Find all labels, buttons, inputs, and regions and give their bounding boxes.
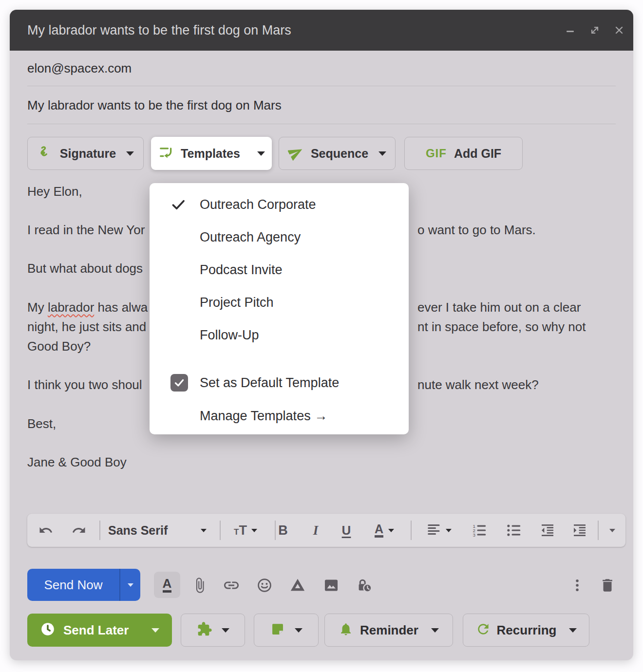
bold-button[interactable]: B bbox=[272, 514, 294, 547]
indent-icon[interactable] bbox=[569, 514, 590, 547]
compose-window: My labrador wants to be the first dog on… bbox=[10, 10, 633, 660]
reminder-button[interactable]: Reminder bbox=[324, 614, 453, 647]
field-divider bbox=[27, 86, 616, 86]
chevron-down-icon bbox=[446, 529, 452, 532]
chevron-down-icon bbox=[388, 529, 394, 532]
more-formats-icon[interactable] bbox=[602, 514, 623, 547]
svg-text:3: 3 bbox=[473, 532, 475, 538]
chevron-down-icon bbox=[222, 628, 229, 633]
chevron-down-icon bbox=[128, 583, 133, 587]
confidential-lock-clock-icon[interactable] bbox=[353, 571, 376, 600]
notes-button[interactable] bbox=[254, 614, 319, 647]
add-gif-button[interactable]: GIF Add GIF bbox=[404, 137, 523, 170]
text-format-icon[interactable]: A bbox=[154, 572, 180, 598]
gif-icon: GIF bbox=[426, 147, 447, 160]
sequence-label: Sequence bbox=[311, 147, 368, 161]
field-divider bbox=[27, 124, 616, 124]
chevron-down-icon[interactable] bbox=[151, 628, 159, 633]
link-icon[interactable] bbox=[220, 571, 243, 600]
window-title: My labrador wants to be the first dog on… bbox=[27, 10, 291, 51]
toolbar-separator bbox=[220, 521, 221, 540]
underline-button[interactable]: U bbox=[336, 514, 357, 547]
align-button[interactable] bbox=[416, 514, 462, 547]
add-gif-label: Add GIF bbox=[454, 147, 501, 161]
font-family-selector[interactable]: Sans Serif bbox=[101, 514, 213, 547]
clock-icon bbox=[40, 621, 56, 639]
chevron-down-icon bbox=[201, 529, 207, 532]
attach-icon[interactable] bbox=[188, 571, 211, 600]
menu-item-outreach-agency[interactable]: Outreach Agency bbox=[150, 225, 409, 249]
chevron-down-icon bbox=[378, 151, 386, 156]
recipient-value: elon@spacex.com bbox=[27, 61, 132, 75]
font-size-selector[interactable]: TT bbox=[223, 514, 268, 547]
send-now-button[interactable]: Send Now bbox=[27, 569, 140, 601]
recurring-label: Recurring bbox=[497, 623, 557, 638]
trash-icon[interactable] bbox=[596, 571, 619, 600]
close-icon[interactable] bbox=[613, 24, 625, 37]
send-later-button[interactable]: Send Later bbox=[27, 614, 172, 647]
sequence-plane-icon bbox=[288, 144, 304, 163]
undo-icon[interactable] bbox=[35, 514, 57, 547]
chevron-down-icon bbox=[126, 151, 134, 156]
send-later-label: Send Later bbox=[63, 623, 129, 638]
menu-item-set-default-template[interactable]: Set as Default Template bbox=[150, 371, 409, 395]
signature-button[interactable]: Signature bbox=[27, 137, 144, 170]
send-now-options[interactable] bbox=[120, 569, 140, 601]
toolbar-separator bbox=[99, 521, 100, 540]
toolbar-separator bbox=[411, 521, 412, 540]
text-color-button[interactable]: A bbox=[363, 514, 405, 547]
menu-item-podcast-invite[interactable]: Podcast Invite bbox=[150, 258, 409, 282]
italic-button[interactable]: I bbox=[305, 514, 326, 547]
sequence-button[interactable]: Sequence bbox=[279, 137, 396, 170]
extensions-button[interactable] bbox=[181, 614, 245, 647]
chevron-down-icon bbox=[569, 628, 577, 633]
chevron-down-icon bbox=[295, 628, 303, 633]
templates-label: Templates bbox=[181, 147, 240, 161]
templates-menu: Outreach Corporate Outreach Agency Podca… bbox=[150, 183, 409, 434]
chevron-down-icon bbox=[257, 151, 265, 156]
emoji-icon[interactable] bbox=[253, 571, 276, 600]
drive-icon[interactable] bbox=[286, 571, 309, 600]
compose-titlebar: My labrador wants to be the first dog on… bbox=[10, 10, 633, 51]
redo-icon[interactable] bbox=[68, 514, 90, 547]
outdent-icon[interactable] bbox=[537, 514, 558, 547]
puzzle-icon bbox=[197, 621, 212, 639]
misspelled-word: labrador bbox=[48, 300, 94, 315]
more-vertical-icon[interactable] bbox=[567, 571, 588, 600]
bell-icon bbox=[339, 622, 353, 638]
window-controls bbox=[564, 10, 625, 51]
menu-item-outreach-corporate[interactable]: Outreach Corporate bbox=[150, 192, 409, 217]
subject-value: My labrador wants to be the first dog on… bbox=[27, 98, 282, 112]
recurring-button[interactable]: Recurring bbox=[463, 614, 589, 647]
formatting-toolbar: Sans Serif TT B I U A bbox=[27, 514, 625, 547]
font-family-label: Sans Serif bbox=[108, 523, 168, 538]
recurring-refresh-icon bbox=[475, 621, 491, 639]
menu-item-follow-up[interactable]: Follow-Up bbox=[150, 323, 409, 347]
templates-icon bbox=[158, 144, 174, 163]
signature-label: Signature bbox=[60, 147, 116, 161]
chevron-down-icon bbox=[431, 628, 439, 633]
note-icon bbox=[270, 621, 285, 639]
minimize-icon[interactable] bbox=[564, 24, 577, 37]
templates-button[interactable]: Templates bbox=[151, 137, 272, 170]
page-background: My labrador wants to be the first dog on… bbox=[0, 0, 643, 672]
numbered-list-icon[interactable]: 1 2 3 bbox=[468, 514, 490, 547]
menu-item-manage-templates[interactable]: Manage Templates → bbox=[150, 404, 409, 428]
align-left-icon bbox=[427, 522, 441, 539]
send-now-label: Send Now bbox=[27, 569, 119, 601]
subject-field[interactable]: My labrador wants to be the first dog on… bbox=[27, 95, 282, 115]
expand-icon[interactable] bbox=[588, 24, 601, 37]
signature-squiggle-icon bbox=[37, 144, 54, 163]
bullet-list-icon[interactable] bbox=[503, 514, 524, 547]
image-icon[interactable] bbox=[320, 571, 343, 600]
toolbar-separator bbox=[598, 521, 599, 540]
font-size-icon: TT bbox=[234, 523, 247, 538]
body-line: Jane & Good Boy bbox=[27, 452, 616, 472]
reminder-label: Reminder bbox=[360, 623, 418, 638]
recipient-field[interactable]: elon@spacex.com bbox=[27, 58, 132, 78]
menu-item-project-pitch[interactable]: Project Pitch bbox=[150, 290, 409, 315]
chevron-down-icon bbox=[251, 529, 257, 532]
